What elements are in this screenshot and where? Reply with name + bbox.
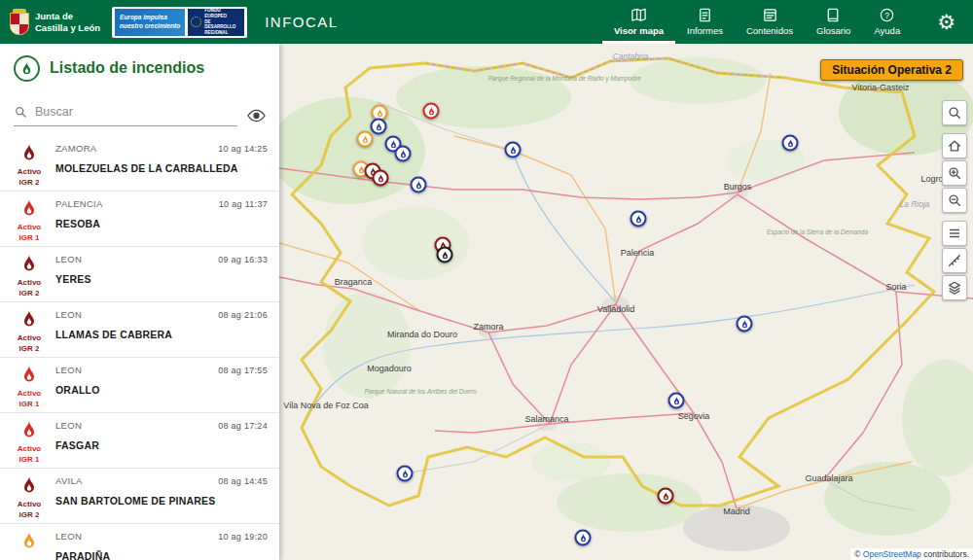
incident-row[interactable]: Activo IGR 2 LEON 08 ag 21:06 LLAMAS DE … [0, 302, 279, 358]
incident-province: LEON [55, 531, 82, 542]
measure-button[interactable] [942, 248, 967, 273]
incident-datetime: 09 ag 16:33 [218, 255, 268, 264]
nav-label: Contenidos [746, 25, 793, 36]
incident-status: Activo [18, 278, 41, 288]
help-icon: ? [879, 7, 895, 23]
search-input[interactable] [35, 105, 237, 119]
incident-igr: IGR 1 [19, 400, 40, 409]
incident-datetime: 10 ag 14:25 [218, 144, 268, 154]
incident-location: MOLEZUELAS DE LA CARBALLEDA [55, 162, 268, 174]
eu-fund-block: FONDO EUROPEO DE DESARROLLO REGIONAL [188, 9, 244, 36]
incident-row[interactable]: LEON 10 ag 19:20 PARADIÑA [0, 524, 279, 560]
fire-severity-icon [19, 531, 39, 554]
incident-province: PALENCIA [55, 198, 103, 209]
zoom-out-button[interactable] [942, 188, 967, 213]
incident-province: LEON [55, 365, 82, 375]
fire-severity-icon [19, 198, 39, 222]
nav-item-informes[interactable]: Informes [675, 0, 735, 44]
svg-text:?: ? [884, 11, 889, 20]
incident-datetime: 08 ag 17:55 [218, 366, 268, 375]
fire-marker[interactable] [505, 142, 522, 158]
incident-datetime: 10 ag 19:20 [218, 532, 268, 542]
visibility-toggle-icon[interactable] [247, 109, 266, 122]
nav-item-glosario[interactable]: Glosario [805, 0, 862, 44]
eu-tagline: Europa impulsa nuestro crecimiento [115, 9, 185, 36]
nav-item-contenidos[interactable]: Contenidos [735, 0, 805, 44]
nav-item-visor-mapa[interactable]: Visor mapa [602, 0, 675, 44]
incident-location: FASGAR [55, 439, 268, 451]
map-home-button[interactable] [942, 133, 967, 158]
app-header: Junta de Castilla y León Europa impulsa … [0, 0, 973, 44]
search-icon [14, 105, 27, 119]
incident-status: Activo [18, 167, 41, 177]
settings-gear-icon[interactable]: ⚙ [937, 12, 955, 32]
junta-shield-icon [10, 9, 29, 35]
incident-igr: IGR 2 [19, 178, 40, 188]
fire-marker[interactable] [357, 131, 374, 148]
incident-datetime: 10 ag 11:37 [219, 199, 268, 209]
fire-marker[interactable] [373, 170, 389, 187]
incident-location: PARADIÑA [55, 550, 268, 560]
map-container[interactable]: CantabriaVitoria-GasteizLogroñoLa RiojaB… [279, 44, 973, 560]
fire-severity-icon [19, 420, 39, 443]
incident-province: LEON [55, 420, 82, 431]
infocal-app: Junta de Castilla y León Europa impulsa … [0, 0, 973, 560]
incident-status: Activo [18, 333, 41, 343]
osm-link[interactable]: OpenStreetMap [863, 549, 921, 559]
fire-marker[interactable] [397, 466, 414, 482]
zoom-in-button[interactable] [942, 160, 967, 186]
map-icon [631, 7, 647, 23]
glossary-icon [825, 7, 842, 23]
fire-marker[interactable] [658, 488, 674, 505]
sidebar-header: Listado de incendios [0, 44, 279, 92]
fire-marker[interactable] [631, 211, 647, 228]
nav-label: Visor mapa [614, 25, 664, 36]
fire-marker[interactable] [668, 393, 685, 409]
incident-row[interactable]: Activo IGR 1 LEON 08 ag 17:55 ORALLO [0, 358, 279, 413]
incident-igr: IGR 2 [19, 289, 40, 298]
incident-datetime: 08 ag 14:45 [218, 476, 268, 486]
incident-location: SAN BARTOLOME DE PINARES [55, 495, 268, 507]
incident-location: YERES [55, 273, 268, 285]
incident-datetime: 08 ag 17:24 [218, 421, 268, 431]
sidebar: Listado de incendios Activo IGR 2 ZAMORA… [0, 44, 279, 560]
contents-icon [762, 7, 778, 23]
legend-button[interactable] [942, 221, 967, 246]
incident-province: AVILA [55, 475, 83, 486]
map-attribution: © OpenStreetMap contributors. [850, 548, 973, 560]
incident-province: LEON [55, 254, 82, 264]
incident-igr: IGR 2 [19, 510, 40, 520]
incident-row[interactable]: Activo IGR 1 LEON 08 ag 17:24 FASGAR [0, 413, 279, 469]
fire-marker[interactable] [371, 119, 387, 135]
main-nav: Visor mapaInformesContenidosGlosario?Ayu… [602, 0, 912, 44]
incident-row[interactable]: Activo IGR 2 AVILA 08 ag 14:45 SAN BARTO… [0, 469, 279, 524]
fire-severity-icon [19, 143, 39, 166]
incident-igr: IGR 2 [19, 344, 40, 354]
layers-button[interactable] [942, 275, 967, 300]
situacion-operativa-button[interactable]: Situación Operativa 2 [820, 59, 963, 81]
nav-item-ayuda[interactable]: ?Ayuda [862, 0, 912, 44]
map-search-button[interactable] [942, 100, 967, 125]
fire-marker[interactable] [437, 247, 453, 263]
nav-label: Glosario [816, 25, 850, 36]
incident-igr: IGR 1 [19, 233, 40, 243]
incident-province: LEON [55, 309, 82, 320]
junta-logo-text: Junta de Castilla y León [35, 11, 100, 33]
incident-location: ORALLO [55, 384, 268, 396]
eu-logo: Europa impulsa nuestro crecimiento FONDO… [112, 7, 247, 38]
nav-label: Ayuda [874, 25, 900, 36]
sidebar-title: Listado de incendios [50, 59, 204, 77]
fire-severity-icon [19, 254, 39, 277]
fire-marker[interactable] [423, 103, 440, 120]
fire-marker[interactable] [395, 146, 412, 162]
fire-marker[interactable] [411, 177, 427, 193]
fire-marker[interactable] [575, 530, 592, 546]
fire-marker[interactable] [782, 135, 799, 152]
incident-row[interactable]: Activo IGR 1 PALENCIA 10 ag 11:37 RESOBA [0, 192, 279, 247]
incident-row[interactable]: Activo IGR 2 LEON 09 ag 16:33 YERES [0, 247, 279, 302]
fire-marker[interactable] [737, 316, 753, 332]
incident-row[interactable]: Activo IGR 2 ZAMORA 10 ag 14:25 MOLEZUEL… [0, 136, 279, 192]
incident-status: Activo [18, 389, 41, 399]
incident-datetime: 08 ag 21:06 [218, 310, 268, 320]
fire-markers-layer [279, 44, 973, 560]
